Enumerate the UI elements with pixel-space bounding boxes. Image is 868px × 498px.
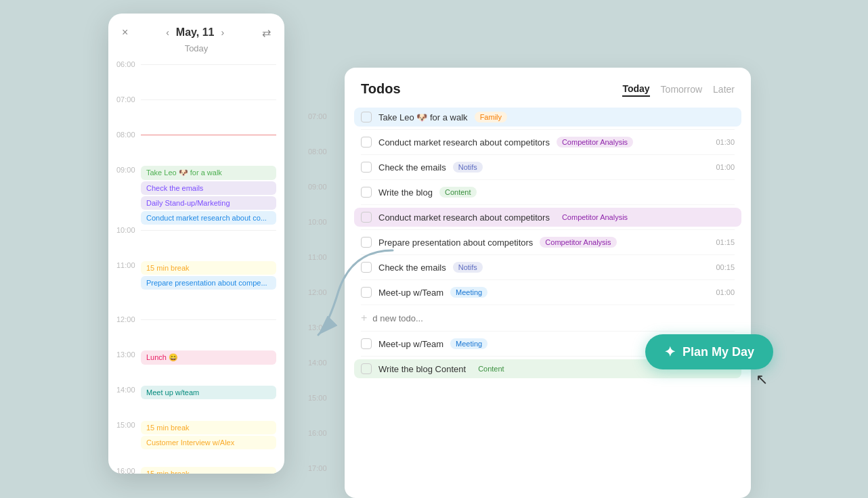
time-label: 14:00 [116, 384, 141, 394]
time-label-row: 09:00 [308, 181, 345, 217]
todo-time-6: 01:15 [716, 238, 735, 246]
todo-item-2: Conduct market research about competitor… [361, 133, 735, 152]
todo-checkbox-9[interactable] [361, 338, 372, 349]
tab-tomorrow[interactable]: Tomorrow [661, 82, 702, 97]
time-label-row: 16:00 [308, 428, 345, 463]
todo-text-2: Conduct market research about competitor… [378, 137, 550, 148]
plan-my-day-button[interactable]: ✦ Plan My Day [645, 334, 773, 369]
filter-button[interactable]: ⇄ [262, 26, 271, 39]
time-row-1300: 13:00 Lunch 😄 [116, 349, 276, 384]
event-block[interactable]: Prepare presentation about compe... [141, 276, 276, 290]
close-button[interactable]: × [122, 26, 128, 39]
todos-panel: Todos Today Tomorrow Later Take Leo 🐶 fo… [345, 68, 751, 498]
time-label: 09:00 [116, 164, 141, 174]
time-label: 16:00 [116, 466, 141, 474]
todo-item-1: Take Leo 🐶 for a walk Family [354, 108, 741, 127]
todo-text-4: Write the blog [378, 187, 433, 198]
todo-item-4: Write the blog Content [361, 183, 735, 202]
event-block[interactable]: Conduct market research about co... [141, 211, 276, 225]
time-label-row: 15:00 [308, 392, 345, 428]
divider [361, 204, 735, 205]
event-block[interactable]: 15 min break [141, 261, 276, 275]
event-block[interactable]: 15 min break [141, 467, 276, 474]
add-todo-row[interactable]: + [361, 308, 735, 328]
todo-text-5: Conduct market research about competitor… [378, 212, 550, 223]
calendar-header: × ‹ May, 11 › ⇄ [108, 14, 284, 43]
todo-item-5: Conduct market research about competitor… [354, 208, 741, 227]
time-label: 07:00 [116, 94, 141, 104]
divider [361, 279, 735, 280]
todo-text-9: Meet-up w/Team [378, 339, 443, 349]
todo-text-10: Write the blog Content [378, 364, 466, 374]
time-row-0600: 06:00 [116, 59, 276, 94]
todo-tag-7: Notifs [453, 262, 483, 273]
event-block[interactable]: Customer Interview w/Alex [141, 436, 276, 449]
time-label-row: 11:00 [308, 252, 345, 287]
plan-my-day-label: Plan My Day [682, 345, 754, 359]
prev-month-button[interactable]: ‹ [163, 24, 172, 41]
todo-tag-8: Meeting [450, 287, 487, 298]
todo-checkbox-6[interactable] [361, 237, 372, 248]
divider [361, 331, 735, 332]
time-label: 11:00 [116, 260, 141, 269]
todo-tag-5: Competitor Analysis [557, 212, 633, 223]
todo-text-3: Check the emails [378, 162, 446, 173]
todo-time-7: 00:15 [716, 263, 735, 271]
divider [361, 154, 735, 155]
event-block[interactable]: Take Leo 🐶 for a walk [141, 166, 276, 180]
divider [361, 229, 735, 230]
todo-checkbox-7[interactable] [361, 262, 372, 273]
add-todo-input[interactable] [372, 313, 735, 323]
event-block[interactable]: Daily Stand-up/Marketing [141, 196, 276, 210]
todo-checkbox-5[interactable] [361, 212, 372, 223]
todo-item-3: Check the emails Notifs 01:00 [361, 158, 735, 177]
time-row-1000: 10:00 [116, 225, 276, 260]
todo-checkbox-4[interactable] [361, 187, 372, 198]
event-block[interactable]: Check the emails [141, 181, 276, 195]
todo-time-8: 01:00 [716, 288, 735, 296]
todo-checkbox-3[interactable] [361, 162, 372, 173]
time-label-row: 07:00 [308, 111, 345, 146]
time-row-1400: 14:00 Meet up w/team [116, 384, 276, 420]
todo-checkbox-2[interactable] [361, 137, 372, 148]
todo-time-2: 01:30 [716, 138, 735, 146]
todo-item-6: Prepare presentation about competitors C… [361, 233, 735, 252]
todo-tag-2: Competitor Analysis [557, 137, 633, 148]
time-label: 15:00 [116, 420, 141, 429]
todo-checkbox-1[interactable] [361, 112, 372, 122]
todo-time-3: 01:00 [716, 163, 735, 171]
time-label-row: 08:00 [308, 146, 345, 181]
time-row-0800: 08:00 [116, 129, 276, 164]
todo-tag-9: Meeting [450, 338, 487, 349]
time-row-1600: 16:00 15 min break Write the blog [116, 466, 276, 474]
cursor-icon: ↖ [756, 371, 768, 388]
event-block[interactable]: 15 min break [141, 421, 276, 434]
todos-section: 07:00 08:00 09:00 10:00 11:00 12:00 13:0… [308, 68, 751, 498]
next-month-button[interactable]: › [218, 24, 227, 41]
todo-checkbox-10[interactable] [361, 363, 372, 374]
time-label-row: 14:00 [308, 357, 345, 392]
todo-item-7: Check the emails Notifs 00:15 [361, 258, 735, 277]
time-label: 10:00 [116, 225, 141, 234]
calendar-body: 06:00 07:00 08:00 09:00 Take Leo 🐶 for a… [108, 59, 284, 474]
divider [361, 304, 735, 305]
time-labels-column: 07:00 08:00 09:00 10:00 11:00 12:00 13:0… [308, 68, 345, 498]
divider [361, 179, 735, 180]
todos-header: Todos Today Tomorrow Later [361, 81, 735, 97]
divider [361, 254, 735, 255]
divider [361, 129, 735, 130]
todo-tag-3: Notifs [453, 162, 483, 173]
time-label-row: 13:00 [308, 322, 345, 357]
calendar-today-label: Today [108, 43, 284, 59]
event-block[interactable]: Meet up w/team [141, 386, 276, 399]
event-block[interactable]: Lunch 😄 [141, 350, 276, 365]
calendar-title: May, 11 [176, 26, 215, 39]
todos-tabs: Today Tomorrow Later [622, 82, 735, 97]
tab-today[interactable]: Today [622, 82, 649, 97]
tab-later[interactable]: Later [713, 82, 735, 97]
todo-text-7: Check the emails [378, 263, 446, 273]
todo-text-6: Prepare presentation about competitors [378, 237, 533, 248]
time-label-row: 12:00 [308, 287, 345, 322]
time-label-row: 17:00 [308, 463, 345, 498]
todo-checkbox-8[interactable] [361, 287, 372, 298]
